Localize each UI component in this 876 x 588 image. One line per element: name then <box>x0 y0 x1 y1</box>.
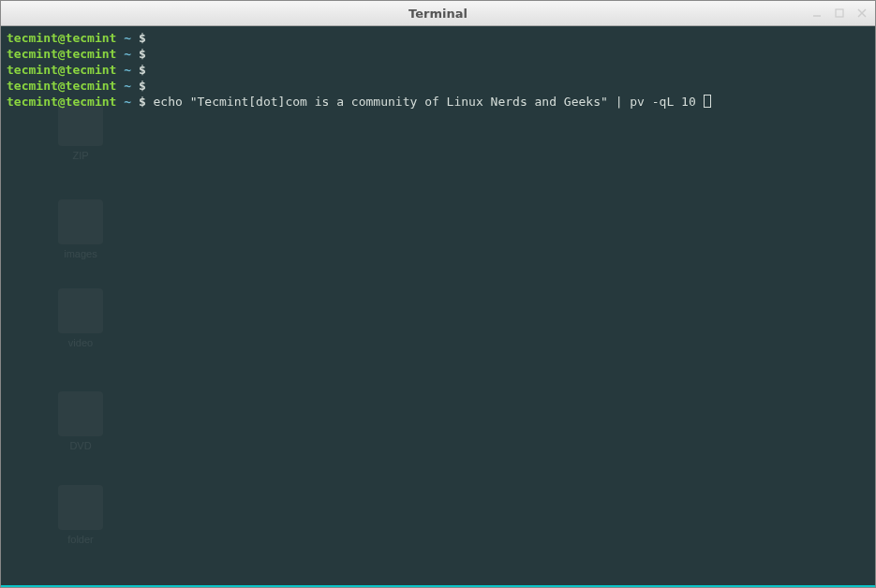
prompt-path: ~ <box>124 47 131 61</box>
terminal-line: tecmint@tecmint ~ $ <box>7 78 869 94</box>
cursor <box>704 95 711 108</box>
terminal-line: tecmint@tecmint ~ $ <box>7 62 869 78</box>
desktop-ghost-layer: ZIP images video DVD folder <box>1 26 875 585</box>
ghost-icon: ZIP <box>29 101 132 162</box>
prompt-path: ~ <box>124 31 131 45</box>
svg-rect-1 <box>836 9 843 17</box>
minimize-button[interactable] <box>809 6 824 21</box>
prompt-path: ~ <box>124 79 131 93</box>
maximize-icon <box>834 7 845 19</box>
terminal-line: tecmint@tecmint ~ $ <box>7 30 869 46</box>
prompt-path: ~ <box>124 63 131 77</box>
prompt-user: tecmint@tecmint <box>7 95 116 109</box>
prompt-user: tecmint@tecmint <box>7 31 116 45</box>
maximize-button[interactable] <box>832 6 847 21</box>
terminal-content: tecmint@tecmint ~ $ tecmint@tecmint ~ $ … <box>7 30 869 110</box>
ghost-icon: folder <box>29 485 132 546</box>
minimize-icon <box>811 7 823 19</box>
terminal-window: Terminal ZIP images video DV <box>0 0 876 588</box>
terminal-body[interactable]: ZIP images video DVD folder tecmint@tecm… <box>1 26 875 587</box>
titlebar[interactable]: Terminal <box>1 1 875 26</box>
ghost-icon: DVD <box>29 391 132 452</box>
window-title: Terminal <box>408 7 468 21</box>
prompt-user: tecmint@tecmint <box>7 79 116 93</box>
close-button[interactable] <box>854 6 869 21</box>
ghost-icon: images <box>29 199 132 260</box>
prompt-user: tecmint@tecmint <box>7 63 116 77</box>
prompt-symbol: $ <box>139 31 146 45</box>
prompt-symbol: $ <box>139 79 146 93</box>
close-icon <box>856 7 868 19</box>
terminal-line: tecmint@tecmint ~ $ <box>7 46 869 62</box>
prompt-user: tecmint@tecmint <box>7 47 116 61</box>
ghost-icon: video <box>29 288 132 349</box>
prompt-symbol: $ <box>139 63 146 77</box>
terminal-line: tecmint@tecmint ~ $ echo "Tecmint[dot]co… <box>7 94 869 110</box>
prompt-path: ~ <box>124 95 131 109</box>
prompt-symbol: $ <box>139 95 146 109</box>
window-controls <box>809 1 869 25</box>
command-text: echo "Tecmint[dot]com is a community of … <box>154 95 696 109</box>
prompt-symbol: $ <box>139 47 146 61</box>
